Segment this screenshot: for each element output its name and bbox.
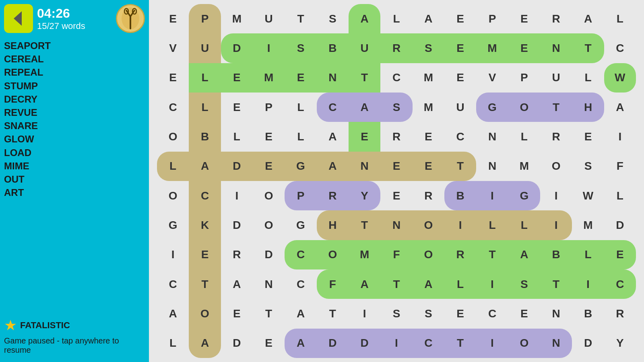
grid-cell[interactable]: T — [189, 269, 221, 299]
grid-cell[interactable]: T — [476, 240, 508, 269]
grid-cell[interactable]: T — [444, 329, 476, 358]
grid-cell[interactable]: I — [476, 181, 508, 210]
grid-cell[interactable]: E — [285, 63, 316, 93]
grid-cell[interactable]: L — [508, 210, 540, 240]
grid-cell[interactable]: L — [604, 181, 636, 210]
grid-cell[interactable]: M — [572, 210, 604, 240]
grid-area[interactable]: EPMUTSALAEPERALVUDISBURSEMENTCELEMENTCME… — [149, 0, 644, 362]
grid-cell[interactable]: H — [572, 93, 604, 122]
grid-cell[interactable]: R — [604, 299, 636, 328]
grid-cell[interactable]: E — [253, 329, 285, 358]
grid-cell[interactable]: A — [508, 240, 540, 269]
grid-cell[interactable]: P — [253, 93, 285, 122]
grid-cell[interactable]: C — [285, 240, 316, 269]
grid-cell[interactable]: M — [221, 4, 253, 33]
grid-cell[interactable]: S — [572, 152, 604, 181]
grid-cell[interactable]: A — [221, 269, 253, 299]
grid-cell[interactable]: A — [572, 4, 604, 33]
grid-cell[interactable]: E — [444, 4, 476, 33]
grid-cell[interactable]: R — [221, 240, 253, 269]
grid-cell[interactable]: E — [604, 240, 636, 269]
grid-cell[interactable]: M — [413, 63, 444, 93]
grid-cell[interactable]: T — [317, 299, 349, 328]
grid-cell[interactable]: S — [380, 299, 412, 328]
grid-cell[interactable]: D — [572, 329, 604, 358]
grid-cell[interactable]: R — [540, 122, 572, 151]
grid-cell[interactable]: A — [349, 93, 380, 122]
grid-cell[interactable]: E — [508, 299, 540, 328]
grid-cell[interactable]: L — [221, 122, 253, 151]
grid-cell[interactable]: G — [476, 93, 508, 122]
grid-cell[interactable]: A — [349, 4, 380, 33]
grid-cell[interactable]: M — [349, 240, 380, 269]
grid-cell[interactable]: B — [572, 299, 604, 328]
grid-cell[interactable]: A — [285, 329, 316, 358]
grid-cell[interactable]: I — [444, 210, 476, 240]
grid-cell[interactable]: A — [189, 329, 221, 358]
grid-cell[interactable]: A — [413, 269, 444, 299]
grid-cell[interactable]: V — [476, 63, 508, 93]
grid-cell[interactable]: F — [604, 152, 636, 181]
grid-cell[interactable]: O — [253, 210, 285, 240]
grid-cell[interactable]: V — [157, 33, 189, 63]
grid-cell[interactable]: P — [508, 63, 540, 93]
grid-cell[interactable]: D — [253, 240, 285, 269]
grid-cell[interactable]: N — [349, 152, 380, 181]
grid-cell[interactable]: S — [508, 269, 540, 299]
grid-cell[interactable]: O — [317, 240, 349, 269]
grid-cell[interactable]: E — [380, 152, 412, 181]
grid-cell[interactable]: O — [253, 181, 285, 210]
grid-cell[interactable]: O — [157, 181, 189, 210]
grid-cell[interactable]: L — [444, 269, 476, 299]
grid-cell[interactable]: L — [285, 93, 316, 122]
grid-cell[interactable]: R — [540, 4, 572, 33]
grid-cell[interactable]: E — [572, 122, 604, 151]
grid-cell[interactable]: A — [157, 299, 189, 328]
grid-cell[interactable]: D — [349, 329, 380, 358]
grid-cell[interactable]: M — [253, 63, 285, 93]
grid-cell[interactable]: Y — [349, 181, 380, 210]
grid-cell[interactable]: L — [572, 63, 604, 93]
grid-cell[interactable]: B — [444, 181, 476, 210]
grid-cell[interactable]: C — [444, 122, 476, 151]
grid-cell[interactable]: G — [157, 210, 189, 240]
grid-cell[interactable]: N — [540, 33, 572, 63]
grid-cell[interactable]: N — [476, 152, 508, 181]
grid-cell[interactable]: T — [253, 299, 285, 328]
grid-cell[interactable]: C — [317, 93, 349, 122]
grid-cell[interactable]: C — [157, 93, 189, 122]
grid-cell[interactable]: C — [413, 329, 444, 358]
grid-cell[interactable]: C — [604, 33, 636, 63]
grid-cell[interactable]: E — [444, 63, 476, 93]
grid-cell[interactable]: A — [189, 152, 221, 181]
grid-cell[interactable]: U — [189, 33, 221, 63]
grid-cell[interactable]: D — [221, 33, 253, 63]
grid-cell[interactable]: T — [444, 152, 476, 181]
grid-cell[interactable]: O — [157, 122, 189, 151]
grid-cell[interactable]: S — [285, 33, 316, 63]
grid-cell[interactable]: D — [317, 329, 349, 358]
grid-cell[interactable]: Y — [604, 329, 636, 358]
grid-cell[interactable]: L — [189, 93, 221, 122]
grid-cell[interactable]: N — [317, 63, 349, 93]
grid-cell[interactable]: L — [189, 63, 221, 93]
grid-cell[interactable]: L — [476, 210, 508, 240]
grid-cell[interactable]: H — [317, 210, 349, 240]
grid-cell[interactable]: T — [380, 269, 412, 299]
grid-cell[interactable]: N — [540, 329, 572, 358]
grid-cell[interactable]: E — [413, 122, 444, 151]
grid-cell[interactable]: T — [540, 269, 572, 299]
back-button[interactable] — [4, 4, 33, 33]
grid-cell[interactable]: N — [476, 122, 508, 151]
grid-cell[interactable]: S — [317, 4, 349, 33]
grid-cell[interactable]: G — [285, 152, 316, 181]
grid-cell[interactable]: E — [508, 4, 540, 33]
grid-cell[interactable]: T — [349, 210, 380, 240]
grid-cell[interactable]: E — [157, 4, 189, 33]
grid-cell[interactable]: A — [349, 269, 380, 299]
grid-cell[interactable]: U — [253, 4, 285, 33]
grid-cell[interactable]: D — [221, 210, 253, 240]
grid-cell[interactable]: L — [157, 329, 189, 358]
grid-cell[interactable]: N — [253, 269, 285, 299]
grid-cell[interactable]: P — [476, 4, 508, 33]
